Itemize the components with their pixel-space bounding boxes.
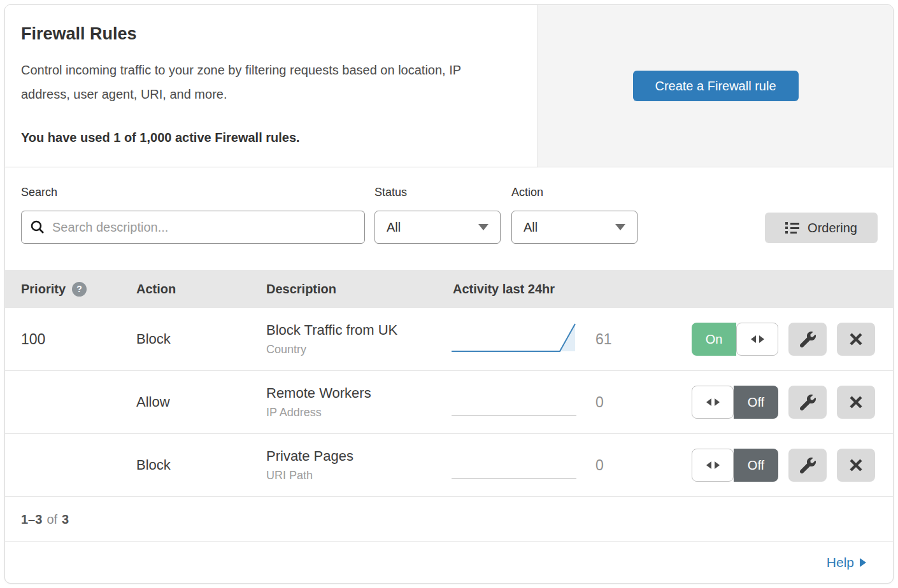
help-link-label: Help xyxy=(827,555,854,570)
toggle-handle-icon xyxy=(692,449,734,482)
help-link[interactable]: Help xyxy=(827,555,866,570)
priority-help-icon[interactable]: ? xyxy=(72,282,87,297)
table-header: Priority ? Action Description Activity l… xyxy=(5,270,893,308)
delete-rule-button[interactable] xyxy=(837,323,875,356)
search-icon xyxy=(30,220,45,235)
rule-match-type: URI Path xyxy=(266,469,446,482)
activity-sparkline xyxy=(446,445,580,485)
toggle-state-label: Off xyxy=(734,386,778,419)
toggle-state-label: Off xyxy=(734,449,778,482)
activity-count: 0 xyxy=(580,394,648,411)
close-icon xyxy=(849,458,863,472)
pagination-range: 1–3 xyxy=(21,512,42,527)
search-label: Search xyxy=(21,185,365,199)
close-icon xyxy=(849,395,863,409)
delete-rule-button[interactable] xyxy=(837,386,875,419)
header-section: Firewall Rules Control incoming traffic … xyxy=(5,5,893,167)
rule-action: Block xyxy=(136,331,266,347)
header-text-block: Firewall Rules Control incoming traffic … xyxy=(5,5,538,167)
card-footer: Help xyxy=(5,542,893,582)
status-filter-group: Status All xyxy=(374,185,501,270)
toggle-state-label: On xyxy=(692,323,736,356)
search-input[interactable] xyxy=(21,211,365,244)
create-firewall-rule-button[interactable]: Create a Firewall rule xyxy=(633,71,799,101)
column-header-activity: Activity last 24hr xyxy=(446,282,648,297)
rule-action: Block xyxy=(136,457,266,473)
header-action-panel: Create a Firewall rule xyxy=(538,5,893,167)
rule-description: Private Pages xyxy=(266,448,446,465)
page-description: Control incoming traffic to your zone by… xyxy=(21,58,512,106)
edit-rule-button[interactable] xyxy=(788,449,827,482)
wrench-icon xyxy=(800,458,816,473)
toggle-handle-icon xyxy=(736,323,778,356)
activity-count: 0 xyxy=(580,457,648,474)
firewall-rules-card: Firewall Rules Control incoming traffic … xyxy=(4,4,894,584)
rule-controls: On xyxy=(648,323,893,356)
status-selected-value: All xyxy=(387,220,401,235)
usage-note: You have used 1 of 1,000 active Firewall… xyxy=(21,130,512,145)
rule-description-cell: Private Pages URI Path xyxy=(266,448,446,482)
list-ordering-icon xyxy=(785,222,799,234)
rule-controls: Off xyxy=(648,386,893,419)
rule-priority: 100 xyxy=(21,331,136,348)
wrench-icon xyxy=(800,332,816,347)
status-select[interactable]: All xyxy=(374,211,501,244)
rule-description: Remote Workers xyxy=(266,385,446,402)
table-row: 100 Block Block Traffic from UK Country … xyxy=(5,308,893,371)
toggle-handle-icon xyxy=(692,386,734,419)
priority-header-label: Priority xyxy=(21,282,66,297)
rule-action: Allow xyxy=(136,394,266,410)
pagination-total: 3 xyxy=(62,512,69,527)
column-header-action: Action xyxy=(136,282,266,297)
table-row: Block Private Pages URI Path 0 Off xyxy=(5,434,893,497)
status-label: Status xyxy=(374,185,501,199)
edit-rule-button[interactable] xyxy=(788,323,827,356)
column-header-priority: Priority ? xyxy=(21,282,136,297)
filter-bar: Search Status All Action All xyxy=(5,167,893,270)
pagination: 1–3 of 3 xyxy=(5,497,893,542)
rule-enabled-toggle[interactable]: On xyxy=(692,323,778,356)
page-title: Firewall Rules xyxy=(21,24,512,44)
action-selected-value: All xyxy=(524,220,538,235)
rule-enabled-toggle[interactable]: Off xyxy=(692,386,778,419)
rule-description: Block Traffic from UK xyxy=(266,322,446,339)
activity-sparkline xyxy=(446,382,580,422)
edit-rule-button[interactable] xyxy=(788,386,827,419)
wrench-icon xyxy=(800,395,816,410)
rule-description-cell: Block Traffic from UK Country xyxy=(266,322,446,356)
action-select[interactable]: All xyxy=(511,211,638,244)
ordering-button-label: Ordering xyxy=(808,221,857,235)
chevron-down-icon xyxy=(615,224,625,230)
rule-match-type: IP Address xyxy=(266,406,446,419)
rule-controls: Off xyxy=(648,449,893,482)
action-label: Action xyxy=(511,185,638,199)
activity-count: 61 xyxy=(580,331,648,348)
table-row: Allow Remote Workers IP Address 0 Off xyxy=(5,371,893,434)
chevron-down-icon xyxy=(478,224,488,230)
action-filter-group: Action All xyxy=(511,185,638,270)
rule-enabled-toggle[interactable]: Off xyxy=(692,449,778,482)
search-box xyxy=(21,211,365,244)
rule-match-type: Country xyxy=(266,343,446,356)
rule-description-cell: Remote Workers IP Address xyxy=(266,385,446,419)
column-header-description: Description xyxy=(266,282,446,297)
ordering-button[interactable]: Ordering xyxy=(765,213,878,243)
search-filter-group: Search xyxy=(21,185,365,270)
caret-right-icon xyxy=(860,558,866,567)
close-icon xyxy=(849,332,863,346)
pagination-of-label: of xyxy=(46,512,57,527)
delete-rule-button[interactable] xyxy=(837,449,875,482)
activity-sparkline xyxy=(446,319,580,359)
